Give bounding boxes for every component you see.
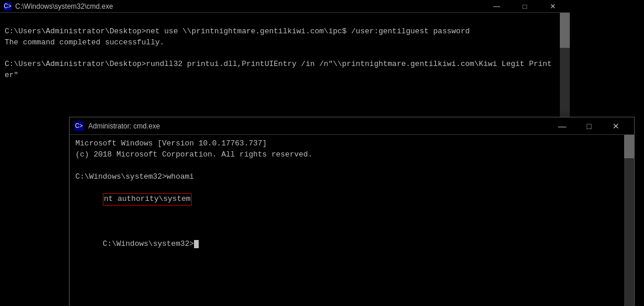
bg-close-button[interactable]: ✕ [539,0,566,13]
fg-line-copyright: (c) 2018 Microsoft Corporation. All righ… [75,149,628,161]
fg-title-text: Administrator: cmd.exe [88,122,549,130]
fg-line-whoami-cmd: C:\Windows\system32>whoami [75,172,628,183]
fg-maximize-button[interactable]: □ [576,117,603,135]
fg-scroll-thumb[interactable] [624,135,634,158]
bg-line-5: er" [5,70,565,81]
fg-line-whoami-result: nt authority\system [75,182,628,217]
bg-line-4: C:\Users\Administrator\Desktop>rundll32 … [5,59,565,70]
fg-title-icon: C> [74,121,84,131]
fg-line-prompt: C:\Windows\system32> [75,228,628,261]
fg-minimize-button[interactable]: — [549,117,576,135]
fg-close-button[interactable]: ✕ [603,117,629,135]
bg-title-icon: C> [4,2,12,11]
fg-prompt-text: C:\Windows\system32> [103,239,194,248]
fg-line-version: Microsoft Windows [Version 10.0.17763.73… [75,138,628,149]
fg-line-empty2 [75,217,628,228]
fg-scrollbar[interactable] [624,135,634,306]
bg-window-controls[interactable]: — □ ✕ [483,0,566,13]
bg-titlebar[interactable]: C> C:\Windows\system32\cmd.exe — □ ✕ [0,0,570,13]
foreground-cmd-window: C> Administrator: cmd.exe — □ ✕ Microsof… [69,117,635,306]
bg-content: C:\Users\Administrator\Desktop>net use \… [0,13,570,84]
bg-title-text: C:\Windows\system32\cmd.exe [15,2,483,11]
bg-maximize-button[interactable]: □ [511,0,538,13]
fg-content: Microsoft Windows [Version 10.0.17763.73… [70,135,634,306]
fg-line-empty1 [75,161,628,172]
bg-line-1: C:\Users\Administrator\Desktop>net use \… [5,26,565,37]
bg-line-0 [5,15,565,26]
highlighted-authority: nt authority\system [103,193,192,206]
bg-scroll-thumb[interactable] [560,13,570,48]
fg-window-controls[interactable]: — □ ✕ [549,117,629,135]
bg-line-3 [5,48,565,60]
bg-minimize-button[interactable]: — [483,0,510,13]
bg-line-2: The command completed successfully. [5,37,565,48]
cursor [194,240,199,248]
fg-titlebar[interactable]: C> Administrator: cmd.exe — □ ✕ [70,117,634,135]
